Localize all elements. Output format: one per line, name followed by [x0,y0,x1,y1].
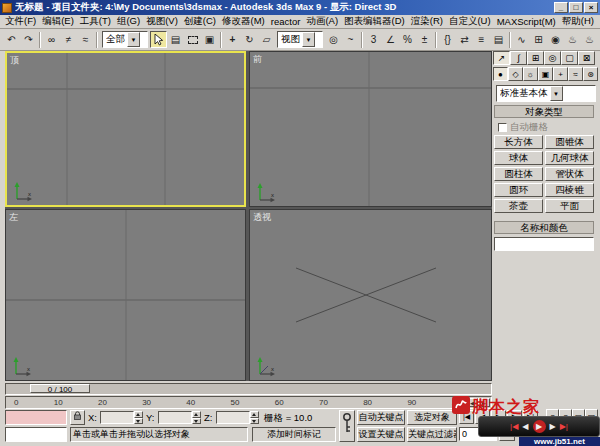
primitive-geosphere-button[interactable]: 几何球体 [545,151,594,165]
selection-region-icon[interactable] [184,31,201,48]
menu-reactor[interactable]: reactor [268,16,304,27]
maxscript-macro-recorder[interactable] [5,410,67,425]
mirror-icon[interactable]: ⇄ [456,31,473,48]
key-selected-dropdown[interactable]: 选定对象 [407,410,457,425]
category-cameras-icon[interactable]: ▣ [538,67,553,81]
tab-hierarchy[interactable]: ⊞ [527,51,544,65]
time-slider-track[interactable]: 0 / 100 [5,383,492,395]
x-spinner[interactable] [134,411,143,424]
menu-help[interactable]: 帮助(H) [559,15,597,28]
menu-customize[interactable]: 自定义(U) [446,15,494,28]
category-shapes-icon[interactable]: ◇ [508,67,523,81]
primitive-cone-button[interactable]: 圆锥体 [545,135,594,149]
percent-snap-icon[interactable]: % [399,31,416,48]
rollout-object-type[interactable]: 对象类型 [494,105,594,118]
y-spinner[interactable] [192,411,201,424]
time-slider-thumb[interactable]: 0 / 100 [30,384,90,393]
viewport-label[interactable]: 顶 [10,54,19,67]
menu-graph-editors[interactable]: 图表编辑器(D) [341,15,408,28]
primitive-teapot-button[interactable]: 茶壶 [494,199,543,213]
menu-file[interactable]: 文件(F) [2,15,39,28]
curve-editor-icon[interactable]: ∿ [513,31,530,48]
bind-to-spacewarp-icon[interactable]: ≈ [77,31,94,48]
maximize-button[interactable]: □ [569,2,583,13]
primitive-plane-button[interactable]: 平面 [545,199,594,213]
quick-render-icon[interactable]: ♨ [581,31,598,48]
layer-manager-icon[interactable]: ▤ [490,31,507,48]
category-systems-icon[interactable]: ⊛ [583,67,598,81]
viewport-front[interactable]: 前 x [249,51,492,207]
primitive-sphere-button[interactable]: 球体 [494,151,543,165]
menu-group[interactable]: 组(G) [114,15,143,28]
add-time-tag[interactable]: 添加时间标记 [252,427,336,442]
set-key-button[interactable]: 设置关键点 [357,427,405,442]
transform-lock-button[interactable] [70,410,85,425]
viewport-label[interactable]: 前 [253,53,262,66]
viewport-top[interactable]: 顶 x [5,51,246,207]
menu-maxscript[interactable]: MAXScript(M) [494,16,559,27]
z-spinner[interactable] [250,411,259,424]
primitive-category-dropdown[interactable]: 标准基本体 ▼ [496,85,596,102]
primitive-box-button[interactable]: 长方体 [494,135,543,149]
select-and-link-icon[interactable]: ∞ [43,31,60,48]
menu-create[interactable]: 创建(C) [181,15,219,28]
selection-filter-dropdown[interactable]: 全部 ▼ [102,31,148,48]
key-filters-button[interactable]: 关键点过滤器 [407,427,457,442]
primitive-cylinder-button[interactable]: 圆柱体 [494,167,543,181]
window-crossing-icon[interactable]: ▣ [201,31,218,48]
menu-tools[interactable]: 工具(T) [77,15,114,28]
viewport-perspective[interactable]: 透视 x [249,209,492,381]
menu-modifiers[interactable]: 修改器(M) [219,15,268,28]
menu-rendering[interactable]: 渲染(R) [408,15,446,28]
select-by-name-icon[interactable]: ▤ [167,31,184,48]
schematic-view-icon[interactable]: ⊞ [530,31,547,48]
x-coordinate-field[interactable] [100,411,134,424]
viewport-left[interactable]: 左 x [5,209,246,381]
tab-create[interactable]: ↗ [493,51,510,65]
select-and-move-icon[interactable]: + [224,31,241,48]
close-button[interactable]: × [584,2,598,13]
category-helpers-icon[interactable]: + [553,67,568,81]
viewport-label[interactable]: 左 [9,211,18,224]
select-and-scale-icon[interactable]: ▱ [258,31,275,48]
angle-snap-icon[interactable]: ∠ [382,31,399,48]
use-pivot-center-icon[interactable]: ◎ [325,31,342,48]
autogrid-checkbox[interactable] [498,123,507,132]
category-spacewarps-icon[interactable]: ≈ [568,67,583,81]
coordinate-system-dropdown[interactable]: 视图 ▼ [277,31,323,48]
menu-views[interactable]: 视图(V) [143,15,181,28]
undo-icon[interactable]: ↶ [3,31,20,48]
set-keys-button[interactable] [339,410,355,442]
primitive-pyramid-button[interactable]: 四棱锥 [545,183,594,197]
object-name-input[interactable] [494,237,594,251]
select-object-button[interactable] [150,31,167,48]
tab-modify[interactable]: ∫ [510,51,527,65]
snap-toggle-3d-icon[interactable]: 3 [365,31,382,48]
redo-icon[interactable]: ↷ [20,31,37,48]
auto-key-button[interactable]: 自动关键点 [357,410,405,425]
minimize-button[interactable]: _ [554,2,568,13]
tab-display[interactable]: ▢ [561,51,578,65]
z-coordinate-field[interactable] [216,411,250,424]
primitive-tube-button[interactable]: 管状体 [545,167,594,181]
menu-edit[interactable]: 编辑(E) [39,15,77,28]
primitive-torus-button[interactable]: 圆环 [494,183,543,197]
unlink-selection-icon[interactable]: ≠ [60,31,77,48]
material-editor-icon[interactable]: ◉ [547,31,564,48]
category-geometry-icon[interactable]: ● [493,67,508,81]
spinner-snap-icon[interactable]: ± [416,31,433,48]
align-icon[interactable]: ≡ [473,31,490,48]
viewport-label[interactable]: 透视 [253,211,271,224]
y-coordinate-field[interactable] [158,411,192,424]
tab-motion[interactable]: ◎ [544,51,561,65]
category-lights-icon[interactable]: ☼ [523,67,538,81]
select-and-manipulate-icon[interactable]: ~ [342,31,359,48]
select-and-rotate-icon[interactable]: ↻ [241,31,258,48]
named-selection-sets-icon[interactable]: {} [439,31,456,48]
menu-animation[interactable]: 动画(A) [303,15,341,28]
rollout-name-color[interactable]: 名称和颜色 [494,221,594,234]
render-setup-icon[interactable]: ♨ [564,31,581,48]
maxscript-mini-listener[interactable] [5,427,67,442]
tab-utilities[interactable]: ⊠ [578,51,595,65]
track-bar[interactable]: 0 10 20 30 40 50 60 70 80 90 100 ◀ ▶ [5,396,492,409]
